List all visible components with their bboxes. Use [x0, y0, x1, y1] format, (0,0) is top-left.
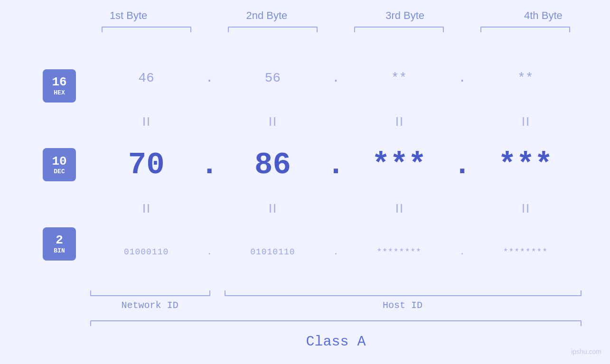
byte-header-4: 4th Byte	[474, 9, 610, 22]
top-bracket-2	[216, 27, 328, 32]
hex-b1: 46	[90, 71, 202, 85]
dec-b4: ***	[469, 148, 582, 182]
bin-b3: ********	[343, 247, 455, 257]
host-id-label: Host ID	[224, 300, 582, 311]
equals-row-2	[90, 201, 582, 215]
hex-dot-1: .	[202, 71, 216, 85]
dec-label: DEC	[54, 168, 65, 175]
dec-number: 10	[52, 155, 66, 168]
eq2-b2	[216, 204, 328, 213]
eq1-b2	[216, 117, 328, 126]
eq1-b3	[343, 117, 455, 126]
bin-dot-1: .	[202, 247, 216, 257]
bin-label: BIN	[54, 247, 65, 254]
main-container: 1st Byte 2nd Byte 3rd Byte 4th Byte 16 H…	[0, 0, 610, 364]
top-bracket-3	[343, 27, 455, 32]
bin-badge: 2 BIN	[43, 227, 76, 261]
bin-dot-2: .	[329, 247, 343, 257]
hex-number: 16	[52, 75, 66, 89]
bytes-grid: 46 . 56 . ** . **	[90, 42, 582, 288]
bin-b1: 01000110	[90, 247, 202, 257]
bin-number: 2	[56, 233, 63, 247]
hex-b4: **	[469, 71, 582, 85]
byte-headers: 1st Byte 2nd Byte 3rd Byte 4th Byte	[59, 9, 610, 22]
hex-row: 46 . 56 . ** . **	[90, 42, 582, 114]
dec-dot-1: .	[202, 148, 216, 182]
dec-b2: 86	[216, 148, 328, 182]
dec-b3: ***	[343, 148, 455, 182]
byte-header-2: 2nd Byte	[197, 9, 336, 22]
bin-row: 01000110 . 01010110 . ******** . *******…	[90, 215, 582, 288]
hex-b2: 56	[216, 71, 328, 85]
net-bracket	[90, 290, 210, 296]
hex-dot-2: .	[329, 71, 343, 85]
eq2-b1	[90, 204, 202, 213]
id-labels: Network ID Host ID	[90, 300, 582, 311]
bin-b4: ********	[469, 247, 582, 257]
top-bracket-1	[90, 27, 202, 32]
eq1-b1	[90, 117, 202, 126]
dec-badge: 10 DEC	[43, 148, 76, 181]
byte-header-3: 3rd Byte	[336, 9, 474, 22]
eq1-b4	[469, 117, 582, 126]
class-row: Class A	[90, 326, 582, 355]
dec-dot-2: .	[329, 148, 343, 182]
bin-dot-3: .	[455, 247, 469, 257]
hex-label: HEX	[54, 89, 65, 96]
badges-column: 16 HEX 10 DEC 2 BIN	[28, 42, 90, 288]
hex-dot-3: .	[455, 71, 469, 85]
outer-bracket	[90, 320, 582, 326]
dec-row: 70 . 86 . *** . ***	[90, 129, 582, 201]
eq2-b4	[469, 204, 582, 213]
host-bracket	[225, 290, 582, 296]
equals-row-1	[90, 114, 582, 129]
class-label: Class A	[306, 334, 366, 350]
network-id-label: Network ID	[90, 300, 209, 311]
top-bracket-4	[469, 27, 582, 32]
watermark: ipshu.com	[571, 348, 601, 355]
bottom-brackets	[90, 290, 582, 296]
hex-b3: **	[343, 71, 455, 85]
eq2-b3	[343, 204, 455, 213]
hex-badge: 16 HEX	[43, 69, 76, 103]
bottom-section: Network ID Host ID Class A	[90, 290, 582, 355]
dec-dot-3: .	[455, 148, 469, 182]
byte-header-1: 1st Byte	[59, 9, 197, 22]
dec-b1: 70	[90, 148, 202, 182]
bin-b2: 01010110	[216, 247, 328, 257]
content-area: 16 HEX 10 DEC 2 BIN 46 . 56 . ** . **	[28, 42, 582, 288]
top-brackets	[90, 27, 582, 32]
